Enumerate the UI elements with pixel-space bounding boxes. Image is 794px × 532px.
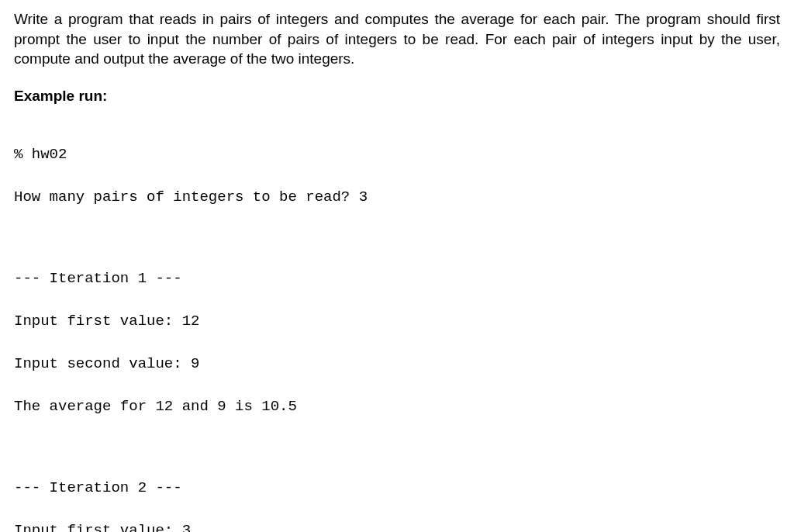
- terminal-line: --- Iteration 2 ---: [14, 478, 780, 499]
- terminal-line: How many pairs of integers to be read? 3: [14, 187, 780, 209]
- terminal-line: % hw02: [14, 144, 780, 166]
- problem-description: Write a program that reads in pairs of i…: [14, 9, 780, 69]
- terminal-line: Input first value: 3: [14, 520, 780, 532]
- terminal-line: The average for 12 and 9 is 10.5: [14, 396, 780, 418]
- terminal-line: Input second value: 9: [14, 354, 780, 375]
- terminal-line: --- Iteration 1 ---: [14, 268, 780, 290]
- example-run-heading: Example run:: [14, 86, 780, 106]
- terminal-output: % hw02 How many pairs of integers to be …: [14, 123, 780, 532]
- terminal-line: Input first value: 12: [14, 311, 780, 333]
